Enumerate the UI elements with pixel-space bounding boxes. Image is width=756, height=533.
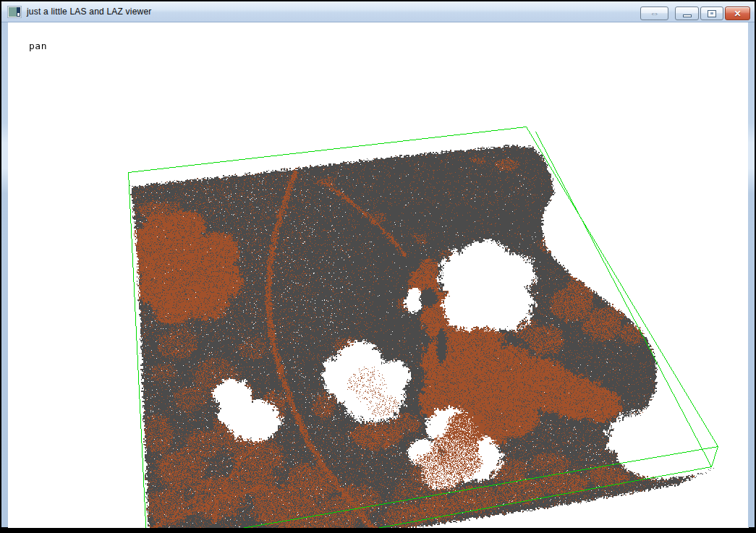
close-button[interactable]: ✕ (725, 7, 750, 20)
window-border-right[interactable] (748, 22, 755, 527)
window-title: just a little LAS and LAZ viewer (27, 7, 151, 17)
arrows-icon: ⇔ (650, 9, 659, 18)
resize-toggle-button[interactable]: ⇔ (640, 7, 668, 20)
pan-mode-label: pan (29, 40, 47, 51)
minimize-button[interactable] (675, 7, 699, 20)
desktop: { "window": { "title": "just a little LA… (0, 0, 756, 533)
window-controls: ⇔ ✕ (640, 7, 750, 20)
window-border-left[interactable] (1, 22, 8, 527)
point-cloud-viewport[interactable] (0, 0, 756, 533)
maximize-icon (708, 10, 716, 17)
close-icon: ✕ (734, 9, 741, 19)
app-window-icon[interactable] (8, 7, 21, 17)
minimize-icon (683, 14, 692, 17)
maximize-button[interactable] (700, 7, 723, 20)
